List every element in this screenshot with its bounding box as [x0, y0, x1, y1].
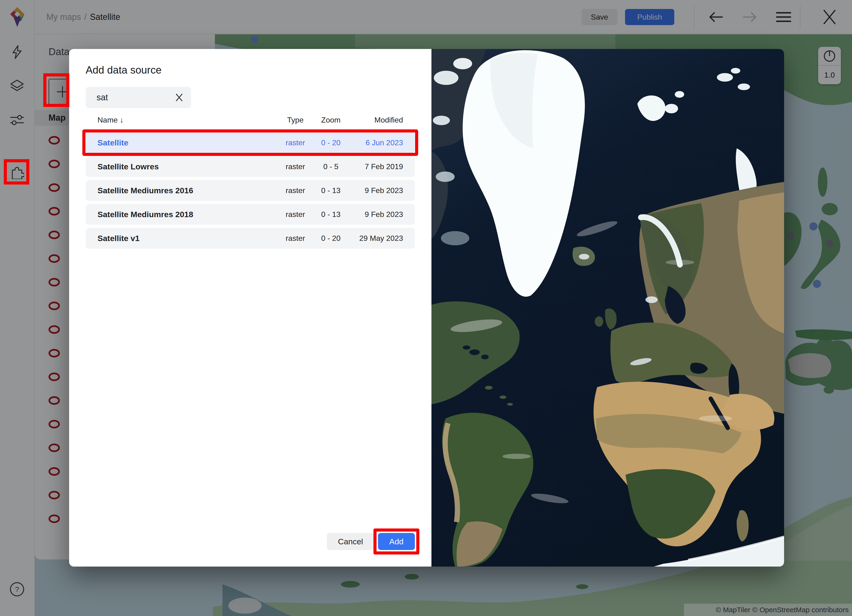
- dialog-content: Add data source Name ↓ Type Zoom Modifie…: [69, 49, 431, 566]
- table-header: Name ↓ Type Zoom Modified: [86, 114, 415, 126]
- datasource-row[interactable]: Satellite Lowresraster0 - 57 Feb 2019: [86, 156, 415, 177]
- datasource-type: raster: [278, 186, 313, 195]
- datasource-name: Satellite Mediumres 2018: [98, 210, 278, 219]
- datasource-modified-date: 9 Feb 2023: [349, 186, 403, 195]
- search-input[interactable]: [96, 92, 174, 103]
- datasource-row[interactable]: Satellite Mediumres 2018raster0 - 139 Fe…: [86, 204, 415, 225]
- datasource-type: raster: [278, 139, 313, 147]
- datasource-type: raster: [278, 162, 313, 171]
- datasource-zoom-range: 0 - 5: [313, 162, 349, 171]
- header-modified[interactable]: Modified: [349, 116, 403, 124]
- datasource-zoom-range: 0 - 13: [313, 186, 349, 195]
- datasource-modified-date: 6 Jun 2023: [349, 139, 403, 147]
- datasource-modified-date: 29 May 2023: [349, 234, 403, 243]
- datasource-type: raster: [278, 234, 313, 243]
- datasource-modified-date: 9 Feb 2023: [349, 210, 403, 219]
- add-button[interactable]: Add: [378, 533, 415, 550]
- datasource-name: Satellite v1: [98, 234, 278, 243]
- search-box: [86, 87, 191, 108]
- datasource-name: Satellite Mediumres 2016: [98, 186, 278, 195]
- dialog-footer: Cancel Add: [327, 533, 415, 550]
- header-name[interactable]: Name ↓: [98, 116, 278, 124]
- datasource-modified-date: 7 Feb 2019: [349, 162, 403, 171]
- datasource-zoom-range: 0 - 13: [313, 210, 349, 219]
- datasource-row[interactable]: Satellite v1raster0 - 2029 May 2023: [86, 228, 415, 249]
- dialog-title: Add data source: [86, 64, 415, 76]
- datasource-type: raster: [278, 210, 313, 219]
- header-type[interactable]: Type: [278, 116, 313, 124]
- datasource-list: Satelliteraster0 - 206 Jun 2023Satellite…: [86, 132, 415, 249]
- map-preview-image: [431, 49, 784, 566]
- header-zoom[interactable]: Zoom: [313, 116, 349, 124]
- datasource-zoom-range: 0 - 20: [313, 139, 349, 147]
- datasource-zoom-range: 0 - 20: [313, 234, 349, 243]
- add-button-wrap: Add: [378, 533, 415, 550]
- datasource-name: Satellite Lowres: [98, 162, 278, 171]
- datasource-row[interactable]: Satelliteraster0 - 206 Jun 2023: [86, 132, 415, 153]
- datasource-name: Satellite: [98, 138, 278, 148]
- datasource-row[interactable]: Satellite Mediumres 2016raster0 - 139 Fe…: [86, 180, 415, 201]
- clear-search-icon[interactable]: [174, 92, 184, 103]
- cancel-button[interactable]: Cancel: [327, 533, 374, 550]
- add-data-source-dialog: Add data source Name ↓ Type Zoom Modifie…: [69, 49, 784, 566]
